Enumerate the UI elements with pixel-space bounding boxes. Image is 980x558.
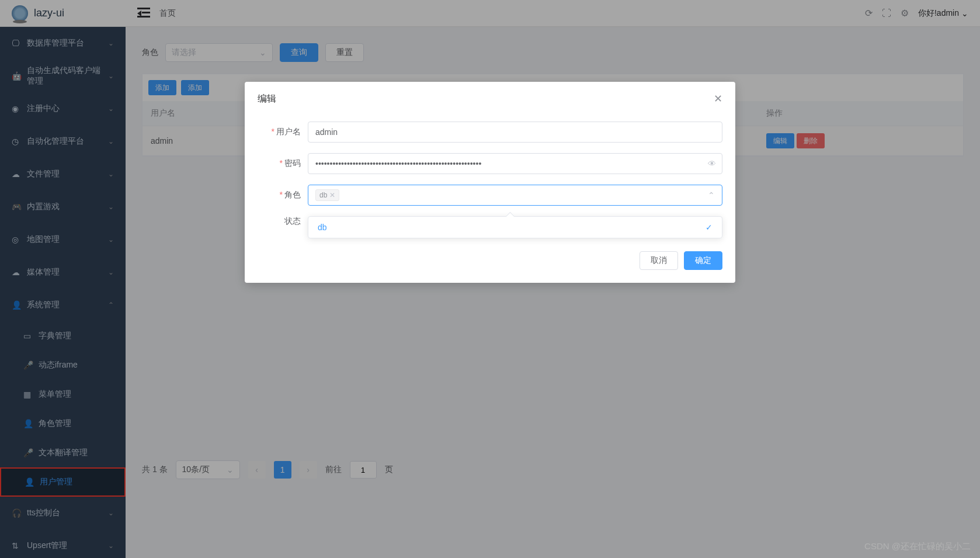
status-label: 状态 — [258, 216, 308, 227]
dropdown-option-db[interactable]: db ✓ — [308, 217, 722, 238]
option-text: db — [318, 223, 327, 232]
tag-close-icon[interactable]: ✕ — [329, 191, 335, 199]
form-row-username: *用户名 — [258, 122, 722, 143]
modal-title: 编辑 — [258, 93, 276, 105]
label-text: 用户名 — [276, 127, 301, 136]
role-dropdown: db ✓ — [308, 216, 722, 238]
watermark: CSDN @还在忙碌的吴小二 — [864, 541, 971, 552]
username-input-wrap — [308, 122, 722, 143]
form-row-password: *密码 👁 — [258, 153, 722, 174]
label-text: 状态 — [284, 216, 301, 226]
username-label: *用户名 — [258, 127, 308, 137]
tag-text: db — [319, 191, 327, 199]
modal-footer: 取消 确定 — [245, 243, 735, 283]
modal-header: 编辑 ✕ — [245, 82, 735, 116]
cancel-button[interactable]: 取消 — [640, 251, 678, 270]
password-input[interactable] — [315, 159, 715, 168]
role-label: *角色 — [258, 190, 308, 200]
form-row-role: *角色 db✕ ⌃ — [258, 185, 722, 206]
label-text: 密码 — [284, 158, 301, 168]
chevron-up-icon: ⌃ — [708, 190, 715, 200]
password-label: *密码 — [258, 158, 308, 169]
role-tag: db✕ — [315, 189, 339, 201]
role-select[interactable]: db✕ ⌃ — [308, 185, 722, 206]
modal-body: *用户名 *密码 👁 *角色 db✕ ⌃ 状态 db ✓ — [245, 116, 735, 243]
confirm-button[interactable]: 确定 — [684, 251, 722, 270]
label-text: 角色 — [284, 190, 301, 199]
username-input[interactable] — [315, 127, 715, 137]
close-icon[interactable]: ✕ — [714, 92, 722, 105]
eye-icon[interactable]: 👁 — [708, 159, 716, 168]
edit-modal: 编辑 ✕ *用户名 *密码 👁 *角色 db✕ ⌃ 状态 db ✓ — [245, 82, 735, 283]
password-input-wrap: 👁 — [308, 153, 722, 174]
check-icon: ✓ — [706, 223, 713, 232]
